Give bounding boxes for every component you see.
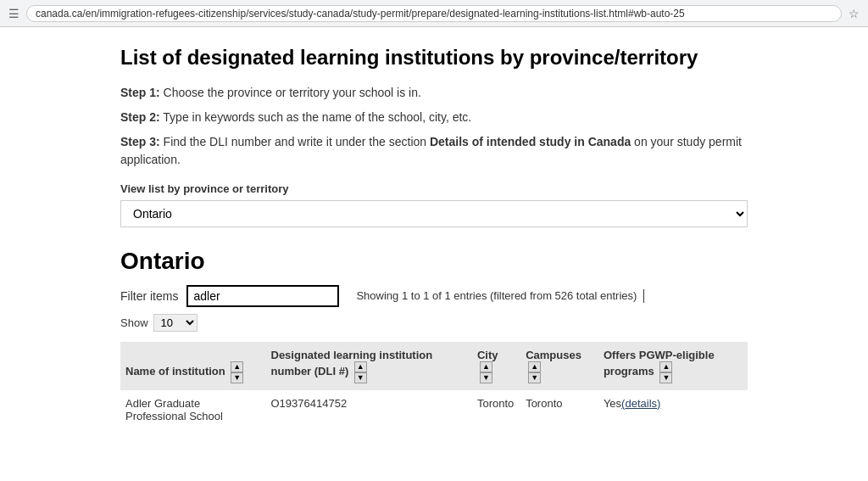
filter-row: Filter items Showing 1 to 1 of 1 entries… [120, 285, 748, 307]
showing-text: Showing 1 to 1 of 1 entries (filtered fr… [356, 289, 644, 304]
steps-container: Step 1: Choose the province or territory… [120, 84, 748, 169]
col-name-sort[interactable]: ▲ ▼ [231, 361, 243, 383]
col-campuses: Campuses ▲ ▼ [520, 342, 598, 390]
browser-chrome: ☰ canada.ca/en/immigration-refugees-citi… [0, 0, 868, 27]
step-3: Step 3: Find the DLI number and write it… [120, 133, 748, 169]
province-select[interactable]: Ontario Alberta British Columbia Manitob… [120, 200, 748, 227]
table-body: Adler Graduate Professional School O1937… [120, 390, 748, 429]
step-3-bold: Details of intended study in Canada [430, 135, 631, 148]
step-3-prefix: Find the DLI number and write it under t… [160, 135, 430, 148]
cell-dli: O19376414752 [266, 390, 472, 429]
col-pgwp: Offers PGWP-eligible programs ▲ ▼ [598, 342, 748, 390]
page-title: List of designated learning institutions… [120, 44, 748, 70]
step-1: Step 1: Choose the province or territory… [120, 84, 748, 102]
cell-name: Adler Graduate Professional School [120, 390, 266, 429]
show-row: Show 10 25 50 100 [120, 314, 748, 332]
step-1-text: Choose the province or territory your sc… [160, 86, 421, 99]
col-city: City ▲ ▼ [472, 342, 520, 390]
col-pgwp-sort[interactable]: ▲ ▼ [659, 361, 672, 383]
col-dli-sort[interactable]: ▲ ▼ [354, 361, 367, 383]
col-campuses-sort-desc[interactable]: ▼ [528, 372, 541, 383]
col-name-sort-desc[interactable]: ▼ [231, 372, 243, 383]
institutions-table: Name of institution ▲ ▼ Designated learn… [120, 342, 748, 429]
details-link[interactable]: (details) [621, 397, 660, 410]
col-city-sort[interactable]: ▲ ▼ [480, 361, 492, 383]
url-text: canada.ca/en/immigration-refugees-citize… [36, 8, 685, 20]
cell-pgwp: Yes(details) [598, 390, 748, 429]
table-header-row: Name of institution ▲ ▼ Designated learn… [120, 342, 748, 390]
show-select[interactable]: 10 25 50 100 [153, 314, 198, 332]
page-content: List of designated learning institutions… [95, 27, 773, 446]
province-heading: Ontario [120, 248, 748, 275]
cell-campuses: Toronto [520, 390, 598, 429]
table-row: Adler Graduate Professional School O1937… [120, 390, 748, 429]
browser-menu-icon[interactable]: ☰ [8, 7, 19, 20]
col-campuses-sort[interactable]: ▲ ▼ [528, 361, 541, 383]
col-pgwp-sort-desc[interactable]: ▼ [659, 372, 672, 383]
bookmark-icon[interactable]: ☆ [849, 7, 860, 20]
col-city-sort-asc[interactable]: ▲ [480, 361, 492, 372]
step-1-label: Step 1: [120, 86, 160, 99]
col-name-sort-asc[interactable]: ▲ [231, 361, 243, 372]
province-filter-label: View list by province or territory [120, 182, 748, 195]
step-3-label: Step 3: [120, 135, 160, 148]
show-label: Show [120, 316, 148, 329]
divider [643, 289, 644, 303]
step-2-text: Type in keywords such as the name of the… [160, 110, 472, 124]
col-campuses-sort-asc[interactable]: ▲ [528, 361, 541, 372]
address-bar[interactable]: canada.ca/en/immigration-refugees-citize… [26, 5, 842, 22]
step-2: Step 2: Type in keywords such as the nam… [120, 109, 748, 126]
cell-city: Toronto [472, 390, 520, 429]
step-2-label: Step 2: [120, 110, 160, 124]
col-pgwp-sort-asc[interactable]: ▲ [659, 361, 672, 372]
col-city-sort-desc[interactable]: ▼ [480, 372, 492, 383]
col-dli-sort-asc[interactable]: ▲ [354, 361, 367, 372]
col-name: Name of institution ▲ ▼ [120, 342, 266, 390]
col-dli: Designated learning institution number (… [266, 342, 472, 390]
filter-label: Filter items [120, 289, 178, 303]
filter-input[interactable] [186, 285, 339, 307]
col-dli-sort-desc[interactable]: ▼ [354, 372, 367, 383]
